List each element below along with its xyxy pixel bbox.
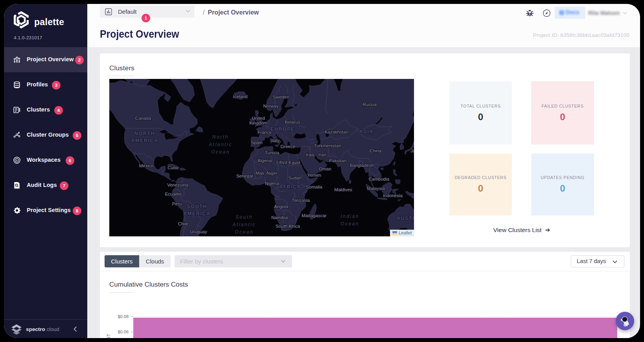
svg-text:Iraq: Iraq bbox=[306, 152, 314, 157]
svg-text:North: North bbox=[212, 134, 229, 140]
svg-text:Malaysia: Malaysia bbox=[367, 186, 385, 191]
svg-text:Maldives: Maldives bbox=[334, 187, 352, 192]
svg-text:NORTH: NORTH bbox=[134, 131, 155, 136]
svg-text:Ecuador: Ecuador bbox=[165, 192, 182, 196]
svg-text:Mali: Mali bbox=[256, 171, 264, 176]
svg-text:ASIA: ASIA bbox=[359, 129, 374, 134]
svg-text:Algeria: Algeria bbox=[258, 158, 272, 163]
svg-text:SOUTH: SOUTH bbox=[187, 204, 207, 209]
svg-text:Chile: Chile bbox=[178, 221, 188, 226]
svg-text:China: China bbox=[370, 148, 382, 153]
svg-text:Indonesia: Indonesia bbox=[383, 193, 403, 198]
svg-text:Namibia: Namibia bbox=[271, 215, 288, 220]
svg-text:Iran: Iran bbox=[318, 152, 326, 157]
svg-text:Nigeria: Nigeria bbox=[265, 181, 280, 186]
svg-text:Sweden: Sweden bbox=[273, 95, 289, 99]
svg-text:Oman: Oman bbox=[319, 166, 331, 171]
svg-text:Madagascar: Madagascar bbox=[302, 213, 326, 218]
svg-text:Libya: Libya bbox=[276, 160, 287, 165]
svg-text:Ocean: Ocean bbox=[340, 221, 359, 227]
svg-text:AMERICA: AMERICA bbox=[184, 211, 211, 216]
svg-text:Belarus: Belarus bbox=[285, 120, 300, 124]
svg-text:Somalia: Somalia bbox=[306, 185, 322, 189]
svg-text:Iceland: Iceland bbox=[233, 94, 247, 99]
svg-text:Ja: Ja bbox=[410, 148, 414, 153]
svg-text:Greece: Greece bbox=[280, 144, 295, 149]
svg-text:EUROPE: EUROPE bbox=[270, 126, 295, 132]
svg-text:South: South bbox=[236, 214, 253, 220]
svg-text:Niger: Niger bbox=[267, 171, 278, 176]
svg-text:United: United bbox=[252, 116, 265, 121]
svg-text:Tanzania: Tanzania bbox=[292, 198, 310, 203]
svg-text:Indian: Indian bbox=[340, 214, 359, 219]
svg-text:Norway: Norway bbox=[263, 104, 279, 108]
svg-text:Tunisia: Tunisia bbox=[265, 150, 280, 155]
svg-text:Turkmenistan: Turkmenistan bbox=[314, 143, 341, 148]
svg-text:AMERICA: AMERICA bbox=[131, 138, 158, 143]
svg-text:Cuba: Cuba bbox=[167, 165, 178, 170]
svg-text:France: France bbox=[258, 130, 272, 135]
svg-text:Mexico: Mexico bbox=[139, 163, 153, 168]
svg-text:South Africa: South Africa bbox=[276, 224, 300, 229]
svg-text:Kazakhstan: Kazakhstan bbox=[325, 130, 348, 134]
svg-text:Ocean: Ocean bbox=[211, 149, 230, 155]
svg-text:Atlantic: Atlantic bbox=[232, 222, 256, 227]
svg-text:Bangladesh: Bangladesh bbox=[350, 163, 374, 168]
svg-text:AFRICA: AFRICA bbox=[279, 184, 301, 190]
svg-text:Venezuela: Venezuela bbox=[167, 183, 188, 187]
svg-text:Atlantic: Atlantic bbox=[208, 142, 232, 147]
svg-text:Russia: Russia bbox=[362, 102, 377, 107]
svg-text:AUSTRAL: AUSTRAL bbox=[397, 216, 414, 221]
svg-text:Spain: Spain bbox=[251, 140, 262, 145]
svg-text:Pakistan: Pakistan bbox=[329, 158, 346, 163]
svg-text:Uruguay: Uruguay bbox=[190, 229, 207, 234]
svg-text:Ocean: Ocean bbox=[235, 229, 254, 235]
svg-text:Egypt: Egypt bbox=[289, 160, 300, 165]
svg-text:Senegal: Senegal bbox=[236, 174, 253, 178]
svg-text:Kingdom: Kingdom bbox=[249, 121, 267, 125]
svg-text:Peru: Peru bbox=[172, 201, 182, 206]
svg-text:Italy: Italy bbox=[271, 138, 279, 143]
svg-text:Yemen: Yemen bbox=[307, 173, 321, 177]
svg-text:Sudan: Sudan bbox=[288, 176, 301, 180]
svg-text:Canada: Canada bbox=[135, 116, 151, 121]
svg-text:Cambodia: Cambodia bbox=[369, 177, 390, 181]
svg-text:Angola: Angola bbox=[274, 204, 288, 209]
